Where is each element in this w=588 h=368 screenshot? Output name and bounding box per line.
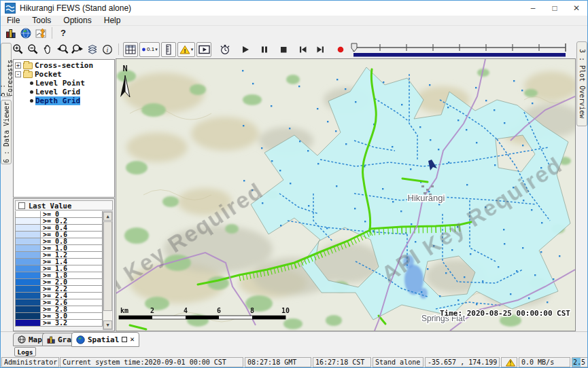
menu-options[interactable]: Options: [57, 16, 97, 25]
maximize-button[interactable]: □: [544, 1, 566, 16]
svg-text:10: 10: [281, 307, 290, 314]
legend-label: >= 1.4: [41, 259, 102, 265]
bottom-tab-bar: Map Graph Spatial ✕: [1, 331, 587, 347]
sidebar-tab-plot-overview[interactable]: 3 : Plot Overview: [576, 41, 587, 126]
legend-color-swatch: [16, 218, 41, 224]
map-canvas[interactable]: API Key Required API Key Required Hikura…: [116, 59, 575, 331]
timeline-handle: [351, 43, 357, 52]
legend-color-swatch: [16, 293, 41, 299]
legend-color-swatch: [16, 252, 41, 258]
chevron-down-icon: ▾: [191, 47, 194, 52]
legend-color-swatch: [16, 313, 41, 319]
legend-color-swatch: [16, 286, 41, 292]
globe-wire-icon: [18, 335, 26, 344]
zoom-next-icon[interactable]: [70, 42, 85, 57]
chevron-down-icon: ▾: [155, 47, 158, 52]
legend-label: >= 1.8: [41, 272, 102, 278]
legend-scrollbar[interactable]: ▲ ▼: [103, 211, 113, 330]
menu-help[interactable]: Help: [98, 16, 127, 25]
tree-item-depth-grid[interactable]: Depth Grid: [15, 96, 114, 105]
close-button[interactable]: ✕: [566, 1, 587, 16]
status-coordinates: -35.657 , 174.199: [425, 357, 500, 367]
close-tab-icon[interactable]: ✕: [130, 337, 135, 342]
last-value-label: Last Value: [29, 202, 71, 210]
interval-value: 0.1: [147, 46, 154, 52]
timeline-progress-bar: [353, 53, 566, 57]
legend-label: >= 0: [41, 211, 102, 217]
legend-color-swatch: [16, 272, 41, 278]
expander-icon[interactable]: -: [15, 71, 21, 77]
timer-icon[interactable]: [218, 42, 232, 57]
status-warning[interactable]: !: [501, 357, 517, 367]
info-icon[interactable]: i: [100, 42, 115, 57]
scroll-down-icon[interactable]: ▼: [103, 320, 112, 329]
status-network: 0.0 MB/s: [519, 357, 570, 367]
status-user: Administrator: [1, 357, 59, 367]
legend-color-swatch: [16, 211, 41, 217]
pause-icon[interactable]: [257, 42, 272, 57]
minimize-button[interactable]: –: [522, 1, 544, 16]
layers-icon[interactable]: [85, 42, 100, 57]
menu-tools[interactable]: Tools: [26, 16, 57, 25]
scrollbar-thumb[interactable]: [103, 221, 112, 311]
bar-chart-icon[interactable]: [3, 26, 18, 41]
play-icon[interactable]: [238, 42, 253, 57]
tree-item-level-grid[interactable]: Level Grid: [15, 88, 114, 96]
tree-item-level-point[interactable]: Level Point: [15, 79, 114, 88]
warning-icon: !: [179, 45, 190, 54]
map-time-label: Time: 2020-08-25 00:00:00 CST: [440, 309, 570, 318]
globe-icon[interactable]: [18, 26, 33, 41]
help-icon[interactable]: ?: [56, 26, 71, 41]
legend-label: >= 0.6: [41, 232, 102, 238]
chart-arrow-icon[interactable]: [33, 26, 48, 41]
sidebar-tab-data-viewer[interactable]: 6 : Data Viewer: [1, 100, 12, 164]
svg-text:N: N: [122, 64, 127, 73]
float-tab-icon[interactable]: [122, 337, 127, 342]
interval-dropdown[interactable]: 0.1 ▾: [139, 42, 160, 57]
svg-text:4: 4: [184, 307, 188, 314]
legend-label: >= 0.4: [41, 225, 102, 231]
legend-label: >= 0.8: [41, 238, 102, 244]
legend-panel: Last Value >= 0>= 0.2>= 0.4>= 0.6>= 0.8>…: [13, 198, 115, 331]
legend-color-swatch: [16, 265, 41, 272]
expander-icon[interactable]: +: [15, 62, 21, 69]
pan-icon[interactable]: [40, 42, 55, 57]
warning-dropdown[interactable]: ! ▾: [177, 42, 196, 57]
status-gmt-time: 08:27:18 GMT: [245, 357, 311, 367]
scroll-up-icon[interactable]: ▲: [103, 212, 112, 221]
last-value-checkbox[interactable]: [18, 202, 25, 209]
logs-button[interactable]: Logs: [14, 347, 36, 356]
zoom-out-icon[interactable]: [25, 42, 40, 57]
ruler-icon[interactable]: [161, 42, 176, 57]
legend-color-swatch: [16, 279, 41, 285]
svg-text:2: 2: [150, 307, 154, 314]
timeline-track[interactable]: [351, 41, 568, 58]
legend-label: >= 3.2: [41, 320, 102, 326]
app-logo-icon: [5, 3, 16, 14]
tree-item-cross-section[interactable]: + Cross-section: [15, 61, 114, 70]
legend-label: >= 1.2: [41, 252, 102, 258]
legend-label: >= 2.0: [41, 279, 102, 285]
grid-icon[interactable]: [123, 42, 138, 57]
legend-row[interactable]: >= 3.2: [15, 319, 103, 327]
map-viewport[interactable]: API Key Required API Key Required Hikura…: [116, 58, 576, 331]
tab-spatial[interactable]: Spatial ✕: [71, 332, 139, 347]
legend-color-swatch: [16, 232, 41, 238]
legend-color-swatch: [16, 245, 41, 251]
warning-icon: !: [506, 358, 515, 367]
toolbar-separator: [52, 27, 52, 39]
status-system-time: Current system time:2020-09-01 00:00 CST: [60, 357, 243, 367]
zoom-previous-icon[interactable]: [55, 42, 70, 57]
tree-item-pocket[interactable]: - Pocket: [15, 70, 114, 79]
record-icon[interactable]: [333, 42, 348, 57]
sidebar-tab-forecasts[interactable]: 5 : Forecasts: [1, 43, 12, 97]
app-window: Hikurangi FEWS (Stand alone) – □ ✕ File …: [0, 0, 588, 368]
legend-color-swatch: [16, 306, 41, 312]
timeline-slider[interactable]: 2020-08-25 00:00:00 CST: [348, 40, 587, 58]
skip-start-icon[interactable]: [295, 42, 310, 57]
animation-icon[interactable]: [196, 42, 211, 57]
skip-end-icon[interactable]: [313, 42, 328, 57]
layers-tree: + Cross-section - Pocket Level Point Lev…: [13, 59, 115, 198]
menu-file[interactable]: File: [1, 16, 26, 25]
stop-icon[interactable]: [276, 42, 291, 57]
